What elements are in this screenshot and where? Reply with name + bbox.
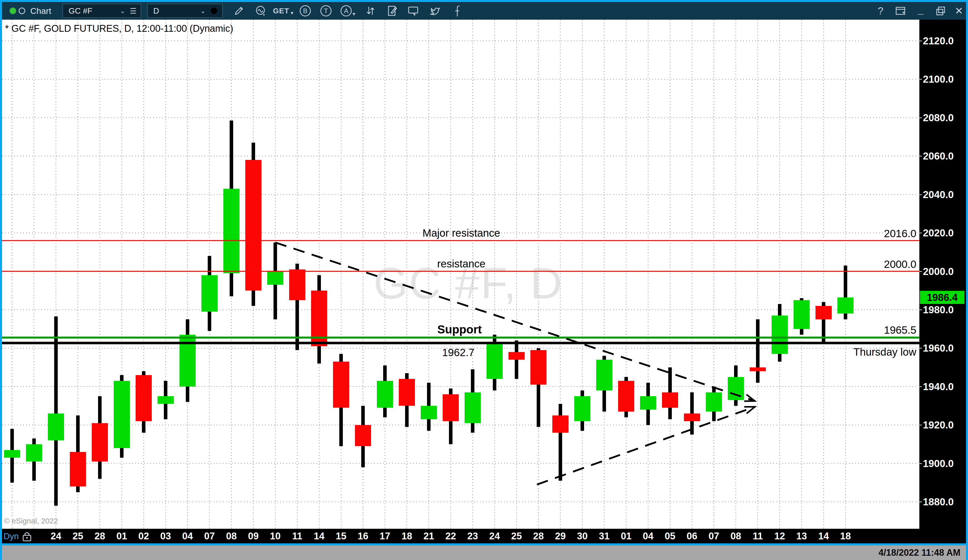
price-tick-label: 2040.0 (923, 189, 954, 200)
date-tick-label: 10 (270, 529, 280, 543)
last-price-badge: 1986.4 (920, 291, 965, 304)
price-tick-mark (919, 41, 922, 41)
date-tick-label: 08 (731, 529, 741, 543)
restore-icon (935, 5, 946, 16)
symbol-dropdown[interactable]: GC #F ⌄ ☰ (63, 4, 141, 18)
minimize-icon: ＿ (916, 5, 925, 17)
minimize-button[interactable]: ＿ (913, 2, 929, 20)
chevron-down-icon: ▼ (351, 12, 356, 17)
chevron-down-icon: ⌄ (200, 7, 206, 15)
price-tick-label: 1880.0 (923, 496, 954, 508)
window-accent-divider (2, 543, 966, 545)
indicator-wave-icon (254, 5, 267, 17)
chart-main: GC #F, D * GC #F, GOLD FUTURES, D, 12:00… (2, 20, 966, 543)
date-tick-label: 28 (94, 529, 105, 543)
help-button[interactable]: ? (873, 2, 888, 20)
price-tick-mark (919, 463, 922, 464)
lock-icon[interactable] (21, 531, 33, 542)
date-tick-label: 01 (116, 529, 127, 543)
date-tick-label: 18 (840, 529, 851, 543)
pencil-icon (234, 5, 245, 17)
date-tick-label: 28 (533, 529, 544, 543)
get-data-button[interactable]: GET ▼ (273, 2, 294, 20)
date-tick-label: 02 (138, 529, 149, 543)
comment-button[interactable] (404, 2, 422, 20)
speech-bubble-icon (407, 5, 419, 17)
layout-button[interactable] (892, 2, 910, 20)
date-tick-label: 12 (774, 529, 785, 543)
status-bar: 4/18/2022 11:48 AM (2, 545, 966, 560)
chart-title: * GC #F, GOLD FUTURES, D, 12:00-11:00 (D… (5, 23, 233, 34)
date-tick-label: 25 (511, 529, 522, 543)
price-tick-label: 2100.0 (923, 73, 954, 85)
link-indicator-inactive[interactable] (19, 2, 25, 20)
interval-value: D (153, 6, 159, 16)
symbol-menu-icon[interactable]: ☰ (130, 7, 137, 15)
window-type-label: Chart (30, 2, 51, 20)
draw-pencil-button[interactable] (230, 2, 248, 20)
level-label-1965: 1965.5 (884, 324, 916, 336)
window-layout-icon (895, 5, 907, 17)
date-tick-label: 06 (687, 529, 697, 543)
candlestick-canvas (2, 20, 919, 529)
date-tick-label: 07 (204, 529, 215, 543)
sort-arrows-button[interactable] (362, 2, 380, 20)
level-label-2016: 2016.0 (884, 228, 916, 240)
price-tick-mark (919, 194, 922, 195)
annotation-support-value: 1962.7 (442, 346, 474, 359)
chart-plot-area[interactable]: GC #F, D * GC #F, GOLD FUTURES, D, 12:00… (2, 20, 919, 529)
toolbar: Chart GC #F ⌄ ☰ D ⌄ GET ▼ (2, 2, 966, 20)
close-button[interactable]: ✕ (951, 2, 966, 20)
date-tick-label: 11 (753, 529, 763, 543)
date-tick-label: 15 (336, 529, 346, 543)
price-tick-mark (919, 310, 922, 310)
indicator-button[interactable] (252, 2, 269, 20)
up-down-arrows-icon (365, 5, 376, 17)
dynamic-session-toggle[interactable]: Dyn (3, 529, 19, 543)
price-tick-label: 1960.0 (923, 342, 954, 354)
price-tick-mark (919, 156, 922, 156)
price-tick-label: 1900.0 (923, 457, 954, 469)
price-tick-mark (919, 79, 922, 80)
price-axis[interactable]: 1986.4 2120.02100.02080.02060.02040.0202… (919, 20, 966, 529)
date-tick-label: 07 (709, 529, 719, 543)
price-tick-mark (919, 502, 922, 502)
time-interval-icon (210, 7, 218, 15)
date-tick-label: 22 (446, 529, 456, 543)
date-tick-label: 23 (467, 529, 478, 543)
date-tick-label: 13 (796, 529, 807, 543)
trade-button[interactable]: T (317, 2, 335, 20)
share-facebook-button[interactable] (447, 2, 465, 20)
date-tick-label: 14 (314, 529, 325, 543)
date-axis[interactable]: Dyn 242528010203040708091011141516171821… (2, 529, 966, 543)
price-tick-label: 2000.0 (923, 265, 954, 277)
share-twitter-button[interactable] (426, 2, 444, 20)
interval-dropdown[interactable]: D ⌄ (147, 4, 223, 18)
annotation-thursday-low: Thursday low (853, 346, 916, 358)
link-indicator-active[interactable] (10, 2, 16, 20)
price-tick-mark (919, 271, 922, 272)
status-timestamp: 4/18/2022 11:48 AM (878, 545, 960, 560)
date-tick-label: 21 (423, 529, 434, 543)
link-indicator-green-icon (10, 8, 16, 14)
price-tick-label: 1920.0 (923, 419, 954, 431)
price-tick-label: 2020.0 (923, 227, 954, 239)
restore-button[interactable] (933, 2, 949, 20)
price-tick-mark (919, 425, 922, 426)
date-tick-label: 17 (380, 529, 390, 543)
link-indicator-ring-icon (19, 8, 25, 14)
price-tick-label: 2120.0 (923, 35, 954, 47)
note-button[interactable] (383, 2, 401, 20)
date-tick-label: 11 (292, 529, 302, 543)
copyright-watermark: © eSignal, 2022 (4, 517, 58, 525)
ask-button[interactable]: A ▼ (338, 2, 359, 20)
price-tick-label: 1980.0 (923, 304, 954, 316)
date-tick-label: 09 (248, 529, 259, 543)
date-tick-label: 01 (621, 529, 632, 543)
date-tick-label: 04 (643, 529, 653, 543)
date-tick-label: 31 (599, 529, 610, 543)
date-tick-label: 24 (489, 529, 500, 543)
bid-button[interactable]: B (297, 2, 314, 20)
date-tick-label: 30 (577, 529, 588, 543)
date-tick-label: 25 (73, 529, 83, 543)
